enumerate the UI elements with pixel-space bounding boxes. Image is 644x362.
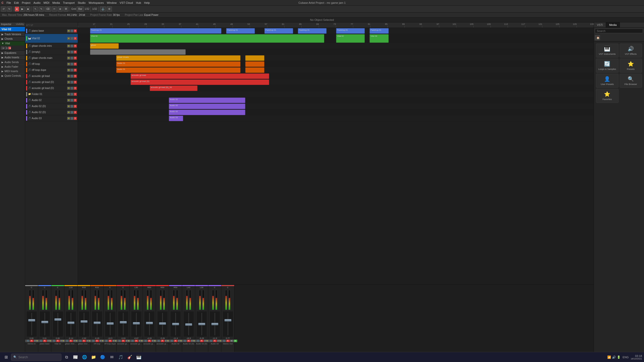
clip-track1-2[interactable]: Vital 02: [370, 34, 389, 43]
track-rec-btn-7[interactable]: R: [74, 75, 77, 78]
tb-zoom[interactable]: ⊕: [58, 7, 63, 12]
clip-track0-2[interactable]: Padshop 01: [264, 28, 293, 34]
widgets-btn[interactable]: 📰: [71, 353, 79, 361]
mixer-record-btn-6[interactable]: R: [108, 340, 112, 342]
menu-transport[interactable]: Transport: [63, 1, 75, 4]
taskbar-search-input[interactable]: [18, 355, 54, 359]
clip-track1-0[interactable]: Vital 02: [90, 34, 324, 43]
mixer-solo-btn-2[interactable]: S: [52, 340, 56, 342]
mixer-mute-btn-15[interactable]: M: [219, 340, 222, 342]
clip-track11-0[interactable]: Audio 02: [169, 98, 245, 103]
menu-edit[interactable]: Edit: [14, 1, 19, 4]
track-row-11[interactable]: 🎵Audio 02MSR: [25, 97, 78, 103]
clip-track4-1[interactable]: [245, 55, 264, 61]
edge-icon[interactable]: 🌐: [80, 353, 89, 361]
volume-icon[interactable]: 🔊: [612, 355, 616, 359]
inspector-section-audio-fader[interactable]: ▶ Audio Fader: [0, 64, 25, 69]
clip-track0-0[interactable]: Padshop 01: [90, 28, 222, 34]
right-item-vst-instruments[interactable]: 🎹VST Instruments: [596, 43, 619, 58]
mixer-record-btn-7[interactable]: R: [122, 340, 125, 342]
mixer-fader-container-2[interactable]: [53, 311, 63, 337]
track-mute-btn-4[interactable]: M: [67, 57, 70, 60]
mixer-solo-btn-15[interactable]: S: [222, 340, 226, 342]
explorer-icon[interactable]: 📁: [90, 353, 98, 361]
tb-settings[interactable]: ⚙: [107, 7, 112, 12]
mixer-fader-handle-14[interactable]: [211, 323, 218, 325]
vital-rec-btn[interactable]: ●: [8, 47, 11, 50]
tb-play[interactable]: ▶: [20, 7, 25, 12]
mixer-fader-container-10[interactable]: [157, 311, 168, 337]
browser-icon[interactable]: 🔵: [99, 353, 107, 361]
inspector-section-quick-controls[interactable]: ▶ Quick Controls: [0, 73, 25, 78]
mixer-solo-btn-7[interactable]: S: [118, 340, 121, 342]
mixer-edit-btn-15[interactable]: E: [234, 340, 237, 342]
mixer-record-btn-10[interactable]: R: [161, 340, 164, 342]
clip-track0-5[interactable]: Padshop 01: [370, 28, 389, 34]
mixer-record-btn-4[interactable]: R: [82, 340, 86, 342]
clip-track0-4[interactable]: Padshop 01: [336, 28, 365, 34]
track-mute-btn-12[interactable]: M: [67, 105, 70, 108]
menu-media[interactable]: Media: [52, 1, 60, 4]
menu-file[interactable]: File: [7, 1, 11, 4]
mixer-fader-handle-4[interactable]: [80, 320, 88, 323]
mixer-fader-handle-5[interactable]: [94, 322, 101, 324]
menu-hub[interactable]: Hub: [136, 1, 141, 4]
mixer-solo-btn-5[interactable]: S: [92, 340, 95, 342]
clip-track3-0[interactable]: [90, 49, 186, 55]
track-solo-btn-14[interactable]: S: [70, 117, 73, 120]
mail-icon[interactable]: ✉: [108, 353, 116, 361]
mixer-mute-btn-7[interactable]: M: [114, 340, 117, 342]
track-rec-btn-13[interactable]: R: [74, 111, 77, 114]
mixer-mute-btn-8[interactable]: M: [127, 340, 131, 342]
track-solo-btn-8[interactable]: S: [70, 81, 73, 84]
right-home-btn[interactable]: 🏠: [595, 35, 600, 40]
track-solo-btn-0[interactable]: S: [70, 29, 73, 32]
clip-track5-1[interactable]: [245, 61, 264, 67]
mixer-record-btn-2[interactable]: R: [56, 340, 60, 342]
mixer-fader-handle-2[interactable]: [54, 318, 61, 321]
mixer-record-btn-14[interactable]: R: [213, 340, 217, 342]
track-row-7[interactable]: 🎵acoustic git leadMSR: [25, 73, 78, 79]
mixer-mute-btn-2[interactable]: M: [49, 340, 52, 342]
task-view-btn[interactable]: ⧉: [62, 353, 70, 361]
mixer-mute-btn-11[interactable]: M: [166, 340, 170, 342]
mixer-record-btn-15[interactable]: R: [226, 340, 230, 342]
mixer-fader-handle-9[interactable]: [146, 322, 153, 324]
clip-track6-1[interactable]: [245, 67, 264, 73]
mixer-fader-container-9[interactable]: [144, 311, 154, 337]
mixer-record-btn-0[interactable]: R: [30, 340, 33, 342]
tb-undohistory[interactable]: ↺: [1, 7, 6, 12]
inspector-section-equalizers[interactable]: ▶ Equalizers: [0, 51, 25, 55]
mixer-fader-handle-12[interactable]: [185, 323, 192, 326]
track-solo-btn-13[interactable]: S: [70, 111, 73, 114]
start-button[interactable]: ⊞: [2, 353, 10, 361]
right-item-loops-&-samples[interactable]: 🔄Loops & Samples: [596, 59, 619, 73]
menu-project[interactable]: Project: [22, 1, 30, 4]
track-solo-btn-11[interactable]: S: [70, 99, 73, 102]
mixer-solo-btn-3[interactable]: S: [65, 340, 69, 342]
clip-track5-0[interactable]: Audio 01: [116, 61, 240, 67]
track-rec-btn-4[interactable]: R: [74, 57, 77, 60]
track-row-4[interactable]: 🎵gitaar chords mainMSR: [25, 55, 78, 61]
mixer-fader-handle-1[interactable]: [41, 321, 48, 323]
menu-studio[interactable]: Studio: [78, 1, 86, 4]
track-rec-btn-2[interactable]: R: [74, 44, 77, 48]
track-rec-btn-0[interactable]: R: [74, 29, 77, 32]
clip-track0-1[interactable]: Padshop 01: [226, 28, 255, 34]
clip-track2-0[interactable]: gitaar: [90, 43, 119, 49]
track-mute-btn-11[interactable]: M: [67, 99, 70, 102]
network-icon[interactable]: 📶: [607, 355, 611, 359]
track-mute-btn-2[interactable]: M: [67, 44, 70, 48]
inspector-section-track[interactable]: Vital 02: [0, 26, 25, 32]
taskbar-search-box[interactable]: 🔍: [11, 354, 61, 361]
mixer-solo-btn-9[interactable]: S: [144, 340, 147, 342]
right-item-presets[interactable]: ⭐Presets: [620, 59, 642, 73]
mixer-solo-btn-4[interactable]: S: [78, 340, 82, 342]
clip-track1-1[interactable]: Vital 02: [336, 34, 365, 43]
tb-snap[interactable]: ⚓: [100, 7, 106, 12]
mixer-record-btn-9[interactable]: R: [148, 340, 151, 342]
mixer-fader-container-8[interactable]: [131, 311, 141, 337]
mixer-fader-handle-3[interactable]: [67, 322, 74, 324]
menu-audio[interactable]: Audio: [33, 1, 41, 4]
track-row-3[interactable]: 🎵(empty)MSR: [25, 49, 78, 55]
